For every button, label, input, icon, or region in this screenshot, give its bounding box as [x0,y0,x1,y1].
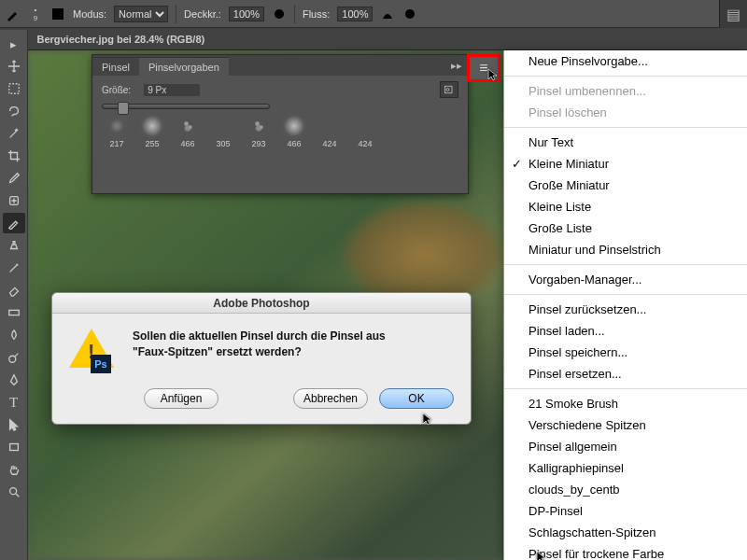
brush-tool[interactable] [3,213,25,233]
crop-tool[interactable] [3,146,25,166]
flyout-item[interactable]: Kleine Miniatur [504,153,747,175]
tab-toggle-icon[interactable]: ▸ [3,34,25,54]
brush-thumb[interactable]: 466 [279,115,309,148]
brush-thumb[interactable]: 293 [244,115,274,148]
gradient-tool[interactable] [3,302,25,323]
brush-thumb[interactable]: 424 [350,115,380,148]
blend-mode-select[interactable]: Normal [114,6,168,22]
brush-thumb[interactable]: 255 [137,115,167,148]
lasso-tool[interactable] [3,101,25,121]
move-tool[interactable] [3,56,25,77]
flyout-item[interactable]: Nur Text [504,132,747,153]
flyout-item[interactable]: Vorgaben-Manager... [504,269,747,290]
append-button[interactable]: Anfügen [144,388,218,409]
flyout-item[interactable]: Pinsel allgemein [504,436,747,457]
svg-rect-0 [52,8,63,20]
flyout-item[interactable]: Schlagschatten-Spitzen [504,522,747,543]
svg-point-2 [405,9,415,19]
flyout-item: Pinsel umbenennen... [504,80,747,102]
flyout-item[interactable]: Kalligraphiepinsel [504,457,747,479]
flyout-item[interactable]: Kleine Liste [504,196,747,217]
brush-preset-picker-icon[interactable] [50,7,65,21]
ps-badge-icon: Ps [91,355,111,373]
airbrush-icon[interactable] [380,7,395,21]
svg-point-10 [446,89,449,91]
zoom-tool[interactable] [3,482,25,502]
tab-brush-presets[interactable]: Pinselvorgaben [139,57,229,76]
replace-brushes-dialog: Adobe Photoshop ! Ps Sollen die aktuelle… [51,292,472,425]
flyout-item: Pinsel löschen [504,102,747,123]
eyedropper-tool[interactable] [3,168,25,189]
opacity-label: Deckkr.: [184,8,221,20]
svg-rect-7 [9,444,18,451]
brush-thumb[interactable]: 466 [173,115,203,148]
tools-panel: ▸ T [0,30,28,560]
flyout-item[interactable]: DP-Pinsel [504,500,747,522]
opacity-pressure-icon[interactable] [272,7,287,21]
cursor-icon [422,413,433,426]
svg-point-1 [275,9,284,19]
type-tool[interactable]: T [3,392,25,413]
tablet-pressure-icon[interactable] [402,7,417,21]
ok-button[interactable]: OK [379,388,454,409]
warning-icon: ! Ps [69,329,118,373]
document-title[interactable]: Bergviecher.jpg bei 28.4% (RGB/8) [36,34,204,45]
dodge-tool[interactable] [3,347,25,368]
flyout-item[interactable]: Miniatur und Pinselstrich [504,239,747,260]
flow-label: Fluss: [303,8,330,20]
brush-tool-icon [6,7,21,21]
options-bar: •9 Modus: Normal Deckkr.: 100% Fluss: 10… [0,0,747,28]
flow-value[interactable]: 100% [337,7,373,21]
brush-thumb[interactable]: 424 [315,115,345,148]
opacity-value[interactable]: 100% [229,7,264,21]
panel-dock-icon[interactable]: ▤ [719,0,747,28]
dialog-message: Sollen die aktuellen Pinsel durch die Pi… [133,329,386,373]
cursor-icon [487,68,499,81]
flyout-item[interactable]: Große Liste [504,217,747,239]
flyout-item[interactable]: Verschiedene Spitzen [504,414,747,436]
flyout-item[interactable]: Neue Pinselvorgabe... [504,50,747,72]
history-brush-tool[interactable] [3,258,25,278]
eraser-tool[interactable] [3,280,25,301]
flyout-item[interactable]: Pinsel speichern... [504,342,747,363]
size-slider[interactable] [102,104,270,109]
brush-thumb[interactable]: 217 [102,115,132,148]
brush-presets-flyout-menu: Neue Pinselvorgabe...Pinsel umbenennen..… [503,50,747,560]
flyout-item[interactable]: Pinsel zurücksetzen... [504,299,747,320]
flyout-item[interactable]: Pinsel ersetzen... [504,363,747,385]
cancel-button[interactable]: Abbrechen [293,388,368,409]
size-label: Größe: [102,85,131,95]
healing-brush-tool[interactable] [3,190,25,211]
document-tab-bar: × Bergviecher.jpg bei 28.4% (RGB/8) [0,28,747,50]
svg-point-6 [8,356,15,362]
marquee-tool[interactable] [3,78,25,99]
cursor-icon [536,551,547,560]
svg-rect-5 [8,310,19,315]
path-selection-tool[interactable] [3,414,25,435]
mode-label: Modus: [73,8,106,20]
flyout-item[interactable]: clouds_by_centb [504,479,747,500]
rectangle-tool[interactable] [3,437,25,457]
brush-size-indicator[interactable]: •9 [28,7,43,21]
svg-rect-3 [8,84,19,94]
dialog-title: Adobe Photoshop [52,293,471,314]
clone-stamp-tool[interactable] [3,235,25,256]
panel-collapse-icon[interactable]: ▸▸ [445,56,468,76]
brush-thumbnails: 217 255 466 305 293 466 424 424 [102,115,458,148]
magic-wand-tool[interactable] [3,123,25,144]
brush-thumb[interactable]: 305 [208,115,238,148]
svg-point-8 [9,488,16,495]
tab-brush[interactable]: Pinsel [92,57,139,76]
brush-presets-panel: Pinsel Pinselvorgaben ▸▸ Größe: 9 Px 217… [92,54,469,194]
flyout-item[interactable]: Große Miniatur [504,175,747,196]
flyout-item[interactable]: Pinsel laden... [504,320,747,342]
pen-tool[interactable] [3,370,25,390]
blur-tool[interactable] [3,325,25,345]
size-value[interactable]: 9 Px [144,84,200,96]
flyout-item[interactable]: 21 Smoke Brush [504,393,747,414]
hand-tool[interactable] [3,459,25,480]
new-brush-icon[interactable] [440,81,458,98]
